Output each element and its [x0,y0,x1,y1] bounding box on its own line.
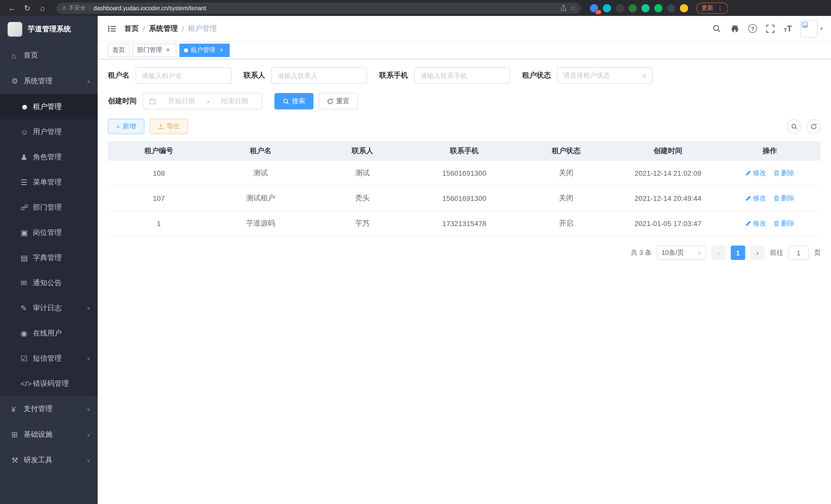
breadcrumb-item[interactable]: 首页 / [124,24,149,33]
sidebar-item[interactable]: ◉ 在线用户 [0,321,98,346]
tenant-name-input[interactable] [142,72,225,79]
chevron-icon: ∨ [87,458,90,463]
close-icon[interactable]: × [218,47,225,54]
breadcrumb-item[interactable]: 租户管理 / [188,24,217,33]
reset-button-label: 重置 [336,97,349,106]
edit-link-label: 修改 [753,169,766,178]
date-separator: - [207,97,209,105]
add-button[interactable]: + 新增 [108,119,144,134]
delete-link[interactable]: 删除 [773,194,795,203]
extension-icon[interactable] [641,4,650,12]
column-header: 租户编号 [108,141,210,161]
security-warning[interactable]: ⚠ 不安全 [62,4,86,12]
browser-menu-icon[interactable]: ⋮ [717,4,723,11]
search-icon[interactable] [711,23,721,34]
chevron-icon: ∨ [87,432,90,437]
sidebar-item[interactable]: ▤ 字典管理 [0,245,98,270]
goto-page-input[interactable] [789,245,809,260]
user-icon: ☺ [21,127,33,136]
github-icon[interactable] [730,23,740,34]
sidebar-item[interactable]: ☑ 短信管理 ∨ [0,346,98,371]
sidebar-item-label: 用户管理 [33,127,90,137]
menu-list-icon: ☰ [21,178,33,187]
extension-icon[interactable] [629,4,637,12]
view-tab[interactable]: 部门管理 × [133,43,176,57]
cell-operations: 修改 删除 [719,211,821,236]
font-size-icon[interactable]: TT [784,24,792,33]
breadcrumb-item[interactable]: 系统管理 / [149,24,188,33]
view-tab[interactable]: 租户管理 × [179,43,230,57]
sidebar-item[interactable]: ⊞ 基础设施 ∨ [0,422,98,447]
extension-icon[interactable]: 10 [590,4,598,12]
extension-icon[interactable] [667,4,675,12]
browser-reload-button[interactable]: ↻ [21,1,34,14]
sidebar-item[interactable]: </> 错误码管理 [0,371,98,396]
share-icon[interactable] [560,5,567,11]
sidebar-item-label: 系统管理 [24,77,87,86]
sidebar-item[interactable]: ✉ 通知公告 [0,270,98,295]
sidebar-item[interactable]: ☻ 租户管理 [0,94,98,119]
date-range-picker[interactable]: 开始日期 - 结束日期 [143,93,262,110]
table-row[interactable]: 1 芋道源码 芋艿 17321315478 开启 2021-01-05 17:0… [108,211,821,236]
chevron-icon: ∨ [87,306,90,310]
phone-input[interactable] [420,72,504,79]
contact-input[interactable] [278,72,361,79]
role-icon: ♟ [21,152,33,161]
column-header: 租户名 [210,141,311,161]
edit-link[interactable]: 修改 [745,194,766,203]
close-icon[interactable]: × [165,47,172,54]
sidebar-item[interactable]: ⚒ 研发工具 ∨ [0,447,98,473]
delete-link[interactable]: 删除 [773,219,795,228]
next-page-button[interactable]: › [750,245,765,260]
extension-icon[interactable] [616,4,624,12]
phone-filter: 联系手机 [379,67,510,84]
sidebar-item[interactable]: ⌂ 首页 [0,42,98,68]
extension-icon[interactable] [654,4,662,12]
table-row[interactable]: 107 测试租户 秃头 15601691300 关闭 2021-12-14 20… [108,186,821,211]
status-select-placeholder: 请选择租户状态 [563,71,610,80]
search-button[interactable]: 搜索 [275,93,314,110]
browser-update-button[interactable]: 更新 ⋮ [696,2,728,13]
help-icon[interactable]: ? [748,24,757,33]
delete-link[interactable]: 删除 [773,169,795,178]
view-tab[interactable]: 首页 × [108,43,130,57]
page-number-button[interactable]: 1 [731,245,745,260]
extension-icon[interactable] [603,4,611,12]
sidebar-item[interactable]: ♟ 角色管理 [0,144,98,170]
address-bar[interactable]: ⚠ 不安全 | dashboard.yudao.iocoder.cn/syste… [57,2,581,13]
sidebar-item[interactable]: ☍ 部门管理 [0,195,98,220]
table-row[interactable]: 108 测试 测试 15601691300 关闭 2021-12-14 21:0… [108,161,821,186]
user-avatar-menu[interactable]: ▾ [800,20,823,37]
edit-link[interactable]: 修改 [745,219,766,228]
delete-link-label: 删除 [781,169,795,178]
hide-search-button[interactable] [787,119,801,134]
sidebar-item[interactable]: ☰ 菜单管理 [0,170,98,195]
sidebar-item-label: 租户管理 [33,102,90,111]
browser-home-button[interactable]: ⌂ [36,1,49,14]
bookmark-star-icon[interactable]: ☆ [570,4,576,11]
font-size-big-t: T [787,24,792,33]
column-header: 创建时间 [617,141,719,161]
sidebar-item[interactable]: ¥ 支付管理 ∨ [0,396,98,422]
page-size-select[interactable]: 10条/页 ∨ [657,245,706,260]
edit-link[interactable]: 修改 [745,169,766,178]
cell-created: 2021-12-14 20:49:44 [617,186,719,211]
sidebar-item[interactable]: ☺ 用户管理 [0,119,98,144]
prev-page-button[interactable]: ‹ [711,245,726,260]
reset-button[interactable]: 重置 [319,93,358,110]
sidebar-toggle-button[interactable] [103,19,121,38]
sidebar-logo[interactable]: 芋道管理系统 [0,16,98,42]
export-button[interactable]: 导出 [149,119,188,134]
refresh-button[interactable] [806,119,821,134]
sidebar-item[interactable]: ⚙ 系统管理 ∧ [0,68,98,94]
column-header: 联系手机 [413,141,515,161]
delete-link-label: 删除 [781,194,795,203]
sidebar-item[interactable]: ✎ 审计日志 ∨ [0,295,98,321]
sidebar-item[interactable]: ▣ 岗位管理 [0,220,98,245]
notice-icon: ✉ [21,278,33,288]
extension-icon[interactable] [680,4,688,12]
fullscreen-icon[interactable] [765,23,775,34]
status-select[interactable]: 请选择租户状态 ∨ [557,67,653,84]
column-header: 联系人 [312,141,413,161]
browser-back-button[interactable]: ← [5,1,19,14]
